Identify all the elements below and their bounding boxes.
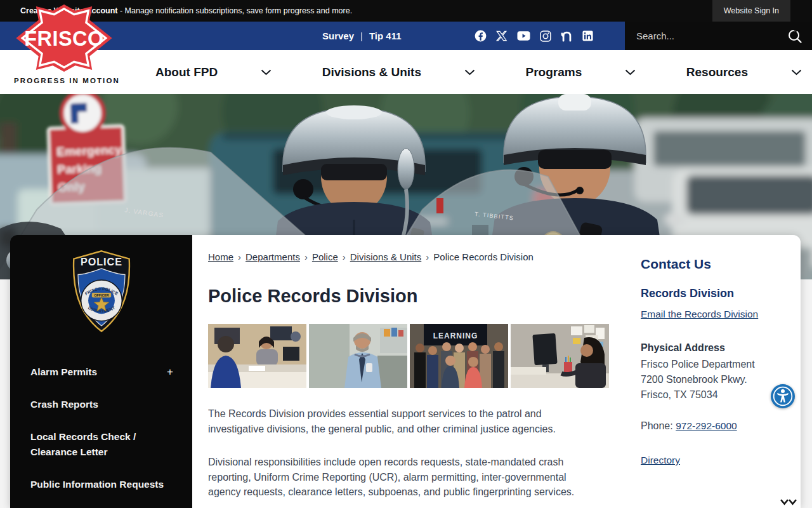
chevron-down-icon bbox=[625, 69, 636, 76]
page-card: POLICE FRISCO POLICE DEPARTMENT OFFICER … bbox=[10, 235, 801, 508]
breadcrumb-home[interactable]: Home bbox=[208, 251, 233, 262]
article-column: Home›Departments›Police›Divisions & Unit… bbox=[208, 251, 609, 508]
email-records-division-link[interactable]: Email the Records Division bbox=[641, 309, 758, 320]
website-sign-in-button[interactable]: Website Sign In bbox=[712, 0, 790, 22]
address-line-department: Frisco Police Department bbox=[641, 357, 783, 372]
nav-resources-label: Resources bbox=[686, 65, 748, 79]
scroll-chevrons-icon[interactable] bbox=[780, 498, 797, 508]
youtube-icon[interactable] bbox=[517, 30, 530, 41]
article-paragraph: The Records Division provides essential … bbox=[208, 406, 598, 436]
facebook-icon[interactable] bbox=[475, 30, 487, 42]
breadcrumb-separator: › bbox=[238, 251, 241, 262]
nav-resources[interactable]: Resources bbox=[686, 65, 802, 79]
address-line-street: 7200 Stonebrook Pkwy. bbox=[641, 372, 783, 387]
nav-about-fpd-label: About FPD bbox=[155, 65, 218, 79]
records-division-heading: Records Division bbox=[641, 287, 783, 300]
breadcrumb: Home›Departments›Police›Divisions & Unit… bbox=[208, 251, 609, 262]
sidebar-item-public-information-requests[interactable]: Public Information Requests bbox=[30, 477, 173, 492]
breadcrumb-police[interactable]: Police bbox=[312, 251, 338, 262]
breadcrumb-departments[interactable]: Departments bbox=[246, 251, 300, 262]
expand-plus-icon[interactable]: + bbox=[167, 364, 173, 380]
social-links bbox=[475, 22, 593, 50]
nav-about-fpd[interactable]: About FPD bbox=[155, 65, 272, 79]
nextdoor-icon[interactable] bbox=[561, 30, 573, 42]
address-line-city: Frisco, TX 75034 bbox=[641, 387, 783, 403]
photo-records-officer bbox=[309, 324, 407, 388]
survey-link[interactable]: Survey bbox=[322, 30, 354, 41]
nav-programs[interactable]: Programs bbox=[526, 65, 636, 79]
sidebar-menu: Alarm Permits + Crash Reports Local Reco… bbox=[10, 364, 192, 492]
sidebar-item-alarm-permits[interactable]: Alarm Permits + bbox=[30, 364, 173, 380]
breadcrumb-current-page: Police Records Division bbox=[433, 251, 534, 262]
breadcrumb-separator: › bbox=[304, 251, 308, 262]
brand-tagline: PROGRESS IN MOTION bbox=[14, 77, 114, 84]
breadcrumb-divisions-units[interactable]: Divisions & Units bbox=[350, 251, 422, 262]
x-twitter-icon[interactable] bbox=[496, 30, 508, 42]
search-input[interactable] bbox=[636, 30, 787, 41]
directory-link[interactable]: Directory bbox=[641, 455, 680, 466]
top-nav-bar: Survey | Tip 411 bbox=[0, 22, 812, 50]
quick-links: Survey | Tip 411 bbox=[322, 22, 402, 50]
photo-records-workstation bbox=[511, 324, 609, 388]
instagram-icon[interactable] bbox=[540, 30, 551, 42]
main-menu-bar: About FPD Divisions & Units Programs Res… bbox=[0, 50, 812, 94]
accessibility-person-icon bbox=[772, 385, 794, 407]
nav-divisions-units[interactable]: Divisions & Units bbox=[322, 65, 475, 79]
breadcrumb-separator: › bbox=[426, 251, 429, 262]
photo-gallery: LEARNING bbox=[208, 324, 609, 388]
nav-divisions-units-label: Divisions & Units bbox=[322, 65, 421, 79]
photo-records-reception bbox=[208, 324, 306, 388]
nav-programs-label: Programs bbox=[526, 65, 582, 79]
contact-us-heading: Contact Us bbox=[641, 257, 783, 272]
accessibility-widget-button[interactable] bbox=[771, 384, 795, 408]
chevron-down-icon bbox=[791, 69, 802, 76]
phone-label: Phone: bbox=[641, 420, 676, 431]
sign-line-1: Emergency bbox=[56, 143, 122, 159]
quick-links-divider: | bbox=[360, 30, 363, 41]
photo-records-team-group: LEARNING bbox=[410, 324, 508, 388]
search-icon[interactable] bbox=[787, 28, 803, 44]
breadcrumb-separator: › bbox=[343, 251, 346, 262]
sidebar-item-crash-reports[interactable]: Crash Reports bbox=[30, 397, 173, 412]
page-title: Police Records Division bbox=[208, 286, 609, 307]
physical-address-label: Physical Address bbox=[641, 342, 783, 354]
section-sidebar: POLICE FRISCO POLICE DEPARTMENT OFFICER … bbox=[10, 235, 192, 508]
article-paragraph: Divisional responsibilities include open… bbox=[208, 455, 598, 500]
tip411-link[interactable]: Tip 411 bbox=[369, 30, 402, 41]
frisco-city-logo[interactable]: FRISCO PROGRESS IN MOTION bbox=[14, 3, 114, 84]
search-box bbox=[625, 22, 812, 50]
chevron-down-icon bbox=[261, 69, 272, 76]
linkedin-icon[interactable] bbox=[582, 30, 593, 41]
frisco-logo-shield: FRISCO bbox=[14, 3, 114, 73]
frisco-logo-text: FRISCO bbox=[24, 27, 103, 50]
phone-row: Phone: 972-292-6000 bbox=[641, 420, 783, 432]
chevron-down-icon bbox=[464, 69, 475, 76]
utility-bar: Create a Website Account - Manage notifi… bbox=[0, 0, 812, 22]
police-badge-logo: POLICE FRISCO POLICE DEPARTMENT OFFICER bbox=[10, 249, 192, 337]
learning-banner-text: LEARNING bbox=[433, 331, 478, 340]
contact-column: Contact Us Records Division Email the Re… bbox=[641, 251, 783, 508]
sidebar-item-label: Alarm Permits bbox=[30, 364, 97, 380]
badge-banner-text: POLICE bbox=[81, 256, 122, 267]
main-content-card: Home›Departments›Police›Divisions & Unit… bbox=[192, 235, 801, 508]
content-area: POLICE FRISCO POLICE DEPARTMENT OFFICER … bbox=[0, 235, 812, 508]
create-account-description: - Manage notification subscriptions, sav… bbox=[118, 6, 353, 15]
sidebar-item-local-records-check[interactable]: Local Records Check / Clearance Letter bbox=[30, 429, 173, 460]
phone-number-link[interactable]: 972-292-6000 bbox=[676, 420, 737, 431]
